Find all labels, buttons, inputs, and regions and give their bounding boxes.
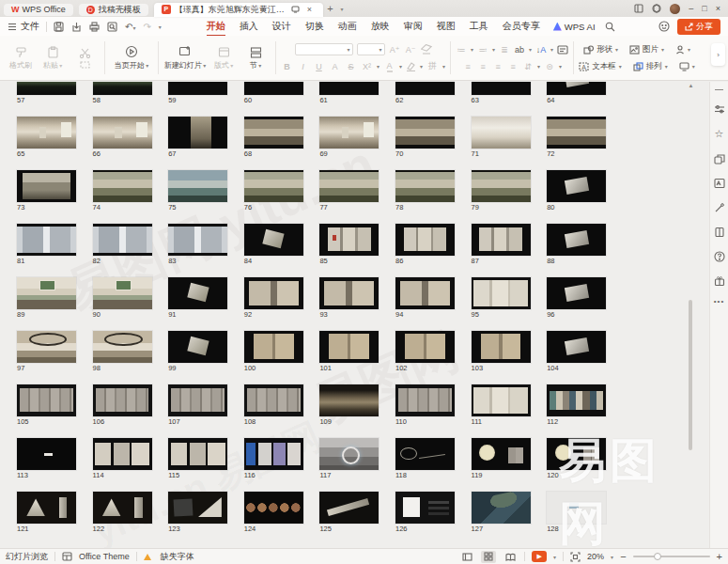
slide-thumbnail[interactable] [395, 492, 455, 524]
slide-thumbnail[interactable] [244, 117, 303, 149]
gift-icon[interactable] [714, 275, 725, 287]
minimize-button[interactable]: – [689, 4, 693, 13]
slide-cell-128[interactable]: 128 [547, 492, 606, 533]
textbox-button[interactable]: A 文本框▾ [579, 61, 622, 72]
slide-thumbnail[interactable] [244, 438, 303, 470]
menu-view[interactable]: 视图 [437, 20, 456, 33]
slide-cell-57[interactable]: 57 [17, 82, 76, 104]
slide-thumbnail[interactable] [319, 384, 379, 416]
slide-cell-92[interactable]: 92 [244, 277, 303, 319]
share-button[interactable]: 分享 [677, 19, 720, 35]
normal-view-button[interactable] [459, 551, 474, 563]
close-tab-icon[interactable]: × [303, 5, 316, 14]
picture-button[interactable]: 图片▾ [629, 44, 664, 55]
screen-record-button[interactable]: ▾ [679, 62, 695, 71]
slide-cell-114[interactable]: 114 [93, 438, 152, 479]
slide-cell-102[interactable]: 102 [395, 331, 455, 372]
paste-button[interactable]: 粘贴 ▾ [38, 46, 68, 70]
slide-cell-86[interactable]: 86 [395, 224, 455, 265]
slide-cell-74[interactable]: 74 [93, 170, 152, 212]
globe-icon[interactable] [652, 4, 661, 13]
slide-cell-59[interactable]: 59 [168, 82, 227, 104]
slide-cell-91[interactable]: 91 [168, 277, 227, 319]
slide-thumbnail[interactable] [319, 224, 379, 256]
menu-tools[interactable]: 工具 [470, 20, 488, 33]
slide-thumbnail[interactable] [319, 438, 379, 470]
bullet-list-button[interactable]: ≔ [456, 45, 467, 55]
notebook-icon[interactable] [714, 227, 725, 238]
align-right-button[interactable]: ≡ [492, 62, 503, 71]
slide-thumbnail[interactable] [547, 117, 606, 149]
tab-wps-office[interactable]: W WPS Office [4, 4, 73, 16]
user-avatar[interactable] [670, 4, 680, 14]
scroll-up-arrow-icon[interactable]: ▲ [687, 82, 695, 89]
slide-cell-64[interactable]: 64 [547, 82, 606, 104]
slide-cell-63[interactable]: 63 [472, 82, 531, 104]
slide-cell-79[interactable]: 79 [472, 170, 531, 212]
slide-cell-94[interactable]: 94 [395, 277, 455, 319]
slide-cell-76[interactable]: 76 [244, 170, 303, 212]
slide-thumbnail[interactable] [472, 492, 531, 524]
cut-button[interactable] [70, 47, 100, 69]
slide-cell-89[interactable]: 89 [17, 277, 76, 319]
slide-thumbnail[interactable] [244, 82, 303, 95]
slide-cell-96[interactable]: 96 [547, 277, 606, 319]
slide-thumbnail[interactable] [547, 331, 606, 363]
slide-cell-110[interactable]: 110 [395, 384, 455, 426]
pinyin-button[interactable]: 拼 [426, 60, 439, 72]
reading-view-button[interactable] [503, 551, 518, 563]
slide-cell-81[interactable]: 81 [17, 224, 76, 265]
slide-sorter-view-button[interactable] [481, 551, 496, 563]
screen-share-icon[interactable] [291, 6, 300, 13]
slide-cell-97[interactable]: 97 [17, 331, 76, 372]
slide-cell-82[interactable]: 82 [93, 224, 152, 265]
maximize-button[interactable]: □ [702, 4, 706, 13]
slide-cell-84[interactable]: 84 [244, 224, 303, 265]
slide-thumbnail[interactable] [17, 331, 76, 363]
slide-thumbnail[interactable] [395, 82, 455, 95]
slide-cell-60[interactable]: 60 [244, 82, 303, 104]
slide-cell-126[interactable]: 126 [395, 492, 455, 533]
slide-thumbnail[interactable] [319, 492, 379, 524]
print-preview-icon[interactable] [107, 22, 117, 32]
slide-thumbnail[interactable] [547, 438, 606, 470]
collapse-handle[interactable] [715, 89, 723, 90]
slide-thumbnail[interactable] [395, 384, 455, 416]
font-color-button[interactable]: A [383, 61, 395, 72]
vertical-scrollbar[interactable]: ▲ [687, 82, 695, 548]
text-direction-button[interactable]: ab [514, 45, 525, 55]
fit-window-icon[interactable] [570, 552, 581, 562]
slide-thumbnail[interactable] [547, 277, 606, 309]
menu-home[interactable]: 开始 [207, 20, 225, 33]
slide-thumbnail[interactable] [17, 492, 76, 524]
slide-thumbnail[interactable] [93, 384, 152, 416]
slide-cell-101[interactable]: 101 [319, 331, 379, 372]
slide-cell-120[interactable]: 120 [547, 438, 606, 479]
slide-thumbnail[interactable] [395, 170, 455, 202]
slide-cell-93[interactable]: 93 [319, 277, 379, 319]
slide-thumbnail[interactable] [547, 492, 606, 524]
shapes-button[interactable]: 形状▾ [583, 44, 618, 55]
slide-cell-98[interactable]: 98 [93, 331, 152, 372]
slide-thumbnail[interactable] [17, 117, 76, 149]
slide-cell-125[interactable]: 125 [319, 492, 379, 533]
ai-doc-icon[interactable] [714, 178, 725, 189]
slide-thumbnail[interactable] [472, 224, 531, 256]
slide-thumbnail[interactable] [93, 438, 152, 470]
menu-design[interactable]: 设计 [272, 20, 291, 33]
align-center-button[interactable]: ≡ [477, 62, 488, 71]
slide-cell-124[interactable]: 124 [244, 492, 303, 533]
slide-cell-116[interactable]: 116 [244, 438, 303, 479]
slide-thumbnail[interactable] [472, 331, 531, 363]
strikethrough-button[interactable]: S [345, 62, 357, 71]
slide-cell-95[interactable]: 95 [472, 277, 531, 319]
slide-thumbnail[interactable] [547, 82, 606, 95]
slide-thumbnail[interactable] [17, 82, 76, 95]
slide-cell-87[interactable]: 87 [472, 224, 531, 265]
slide-cell-113[interactable]: 113 [17, 438, 76, 479]
numbered-list-button[interactable]: ≕ [477, 45, 488, 55]
slide-thumbnail[interactable] [395, 117, 455, 149]
save-icon[interactable] [54, 22, 64, 32]
print-icon[interactable] [89, 22, 100, 32]
slide-thumbnail[interactable] [244, 492, 303, 524]
